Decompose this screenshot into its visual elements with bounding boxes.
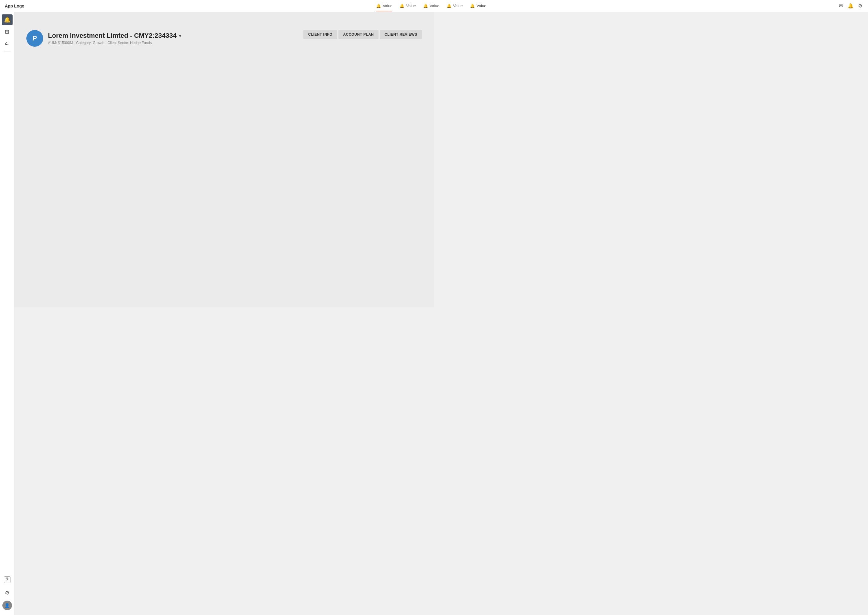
bell-icon-sidebar: 🔔	[4, 17, 11, 23]
sidebar: 🔔 ⊞ 🗂 ? ⚙ 👤	[0, 12, 14, 308]
topbar-nav-item-3[interactable]: 🔔 Value	[423, 3, 434, 8]
bell-icon-nav-3: 🔔	[423, 3, 428, 8]
sidebar-divider	[3, 52, 11, 52]
tab-client-info[interactable]: CLIENT INFO	[303, 30, 337, 39]
tab-account-plan[interactable]: ACCOUNT PLAN	[339, 30, 379, 39]
briefcase-icon-sidebar: 🗂	[5, 41, 9, 47]
content-area	[27, 54, 422, 294]
tab-client-reviews[interactable]: CLIENT REVIEWS	[380, 30, 422, 39]
topbar-nav-item-1[interactable]: 🔔 Value	[376, 3, 392, 8]
topbar: App Logo 🔔 Value 🔔 Value 🔔 Value 🔔 Value…	[0, 0, 434, 12]
chevron-down-icon[interactable]: ▾	[179, 33, 181, 39]
client-info-left: P Lorem Investment Limted - CMY2:234334 …	[27, 30, 181, 47]
topbar-nav-label-3: Value	[430, 3, 434, 8]
topbar-nav-item-2[interactable]: 🔔 Value	[400, 3, 416, 8]
client-subtitle: AUM: $15000M - Category: Growth - Client…	[48, 41, 181, 45]
sidebar-item-grid[interactable]: ⊞	[2, 27, 12, 37]
tab-buttons-group: CLIENT INFO ACCOUNT PLAN CLIENT REVIEWS	[303, 30, 422, 39]
client-title-row: Lorem Investment Limted - CMY2:234334 ▾	[48, 32, 181, 39]
app-logo: App Logo	[5, 3, 24, 8]
topbar-nav-label-2: Value	[406, 3, 416, 8]
client-name: Lorem Investment Limted - CMY2:234334	[48, 32, 176, 39]
grid-icon-sidebar: ⊞	[5, 28, 9, 35]
sidebar-item-briefcase[interactable]: 🗂	[2, 38, 12, 49]
sidebar-item-notifications[interactable]: 🔔	[2, 14, 12, 25]
topbar-nav: 🔔 Value 🔔 Value 🔔 Value 🔔 Value 🔔 Value	[376, 3, 434, 8]
client-avatar-letter: P	[33, 34, 37, 42]
client-header: P Lorem Investment Limted - CMY2:234334 …	[27, 30, 422, 47]
bell-icon-nav-2: 🔔	[400, 3, 404, 8]
sidebar-top-items: 🔔 ⊞ 🗂	[2, 14, 12, 308]
client-avatar: P	[27, 30, 43, 47]
topbar-nav-label-1: Value	[383, 3, 392, 8]
client-name-block: Lorem Investment Limted - CMY2:234334 ▾ …	[48, 32, 181, 45]
bell-icon-nav-1: 🔔	[376, 3, 381, 8]
main-content: P Lorem Investment Limted - CMY2:234334 …	[14, 12, 434, 308]
